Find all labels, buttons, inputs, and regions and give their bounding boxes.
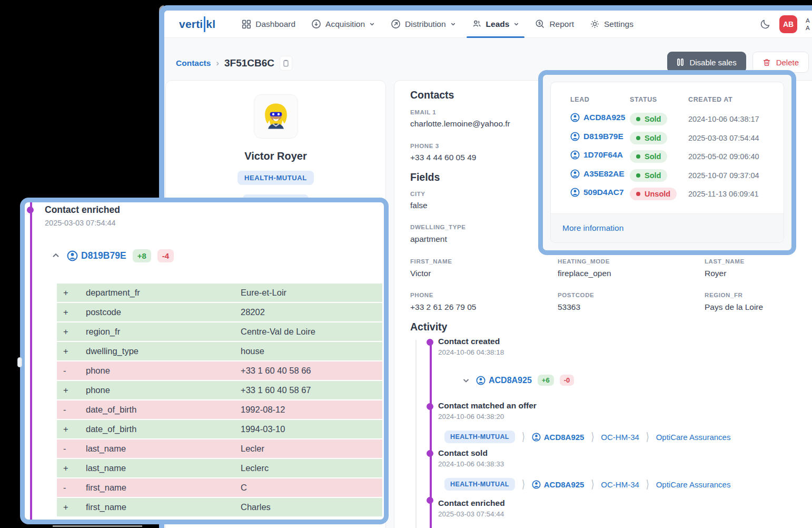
- breadcrumb-separator: ›: [216, 58, 219, 69]
- page-actions: Disable sales Delete: [667, 52, 809, 73]
- nav-item-dashboard[interactable]: Dashboard: [242, 11, 295, 38]
- status-badge: Sold: [630, 169, 667, 182]
- email1-value: charlotte.lemoine@yahoo.fr: [410, 119, 510, 129]
- phone3-label: PHONE 3: [410, 143, 439, 149]
- created-at: 2025-10-07 09:37:04: [688, 171, 759, 180]
- event-contact-created-date: 2024-10-06 04:38:18: [438, 348, 504, 356]
- leads-card-footer: More information: [551, 214, 784, 242]
- logo-text-left: verti: [179, 18, 203, 31]
- table-row: 509D4AC7 Unsold 2025-11-13 06:09:41: [551, 188, 784, 201]
- activity-section-title: Activity: [410, 321, 447, 333]
- fields-section-title: Fields: [410, 171, 440, 183]
- created-at: 2025-05-02 09:06:40: [688, 152, 759, 161]
- diff-row: +last_nameLeclerc: [57, 459, 382, 477]
- lead-link[interactable]: A35E82AE: [570, 169, 625, 179]
- nav-item-report[interactable]: Report: [535, 11, 574, 38]
- offer-link[interactable]: OC-HM-34: [601, 480, 639, 489]
- vertical-tag-health-mutual[interactable]: HEALTH-MUTUAL: [237, 171, 314, 185]
- dwelling-type-value: apartment: [410, 234, 447, 244]
- breadcrumb-contacts-link[interactable]: Contacts: [176, 58, 211, 68]
- vertikl-logo[interactable]: verti kl: [179, 16, 215, 32]
- diff-row: -last_nameLecler: [57, 439, 382, 458]
- active-tab-underline: [467, 36, 525, 38]
- city-value: false: [410, 201, 428, 210]
- nav-item-leads[interactable]: Leads: [472, 11, 520, 38]
- region-fr-value: Pays de la Loire: [705, 302, 763, 312]
- lead-link[interactable]: D819B79E: [67, 250, 126, 261]
- disable-sales-button[interactable]: Disable sales: [667, 52, 746, 73]
- company-link[interactable]: OptiCare Assurances: [656, 480, 731, 489]
- diff-event-title: Contact enriched: [45, 204, 120, 216]
- chevron-down-icon: [450, 21, 456, 27]
- nav-item-settings[interactable]: Settings: [590, 11, 633, 38]
- navbar: verti kl Dashboard Acquisition Distribut…: [164, 11, 812, 38]
- distribution-circle-arrow-icon: [391, 19, 401, 29]
- person-circle-icon: [570, 188, 580, 197]
- chevron-down-icon: [513, 21, 519, 27]
- offer-trail: HEALTH-MUTUAL ⟩ ACD8A925 ⟩ OC-HM-34 ⟩ Op…: [444, 431, 730, 443]
- person-circle-icon: [532, 433, 541, 442]
- nav-label: Settings: [604, 19, 633, 29]
- city-label: CITY: [410, 191, 425, 197]
- person-circle-icon: [532, 480, 541, 489]
- postcode-value: 53363: [558, 302, 580, 312]
- nav-label: Report: [549, 19, 574, 29]
- event-matched-date: 2024-10-06 04:38:20: [438, 413, 504, 421]
- copy-id-button[interactable]: [280, 56, 292, 71]
- phone3-value: +33 4 44 60 05 49: [410, 153, 476, 162]
- contact-avatar: [254, 94, 298, 139]
- lead-link[interactable]: 509D4AC7: [570, 188, 624, 197]
- dark-mode-moon-icon[interactable]: [760, 18, 771, 30]
- breadcrumb-current-id: 3F51CB6C: [224, 57, 274, 69]
- lead-link[interactable]: ACD8A925: [476, 376, 532, 385]
- background-window-bottom-edge: [53, 525, 142, 527]
- vertical-tag[interactable]: HEALTH-MUTUAL: [444, 431, 515, 443]
- column-header-status: STATUS: [630, 96, 657, 103]
- nav-item-distribution[interactable]: Distribution: [391, 11, 456, 38]
- person-circle-icon: [570, 132, 580, 141]
- status-dot: [636, 136, 640, 140]
- chevron-down-icon[interactable]: [462, 376, 470, 385]
- lead-link[interactable]: ACD8A925: [532, 433, 585, 442]
- column-header-lead: LEAD: [570, 96, 589, 103]
- added-count-badge: +6: [538, 375, 554, 386]
- trash-icon: [763, 58, 771, 67]
- lead-changes-expand-row[interactable]: D819B79E +8 -4: [51, 248, 174, 263]
- offer-link[interactable]: OC-HM-34: [601, 433, 639, 442]
- phone-label: PHONE: [410, 292, 433, 298]
- status-dot: [636, 173, 640, 178]
- nav-item-acquisition[interactable]: Acquisition: [311, 11, 375, 38]
- timeline-rail: [415, 340, 417, 528]
- nav-label: Acquisition: [325, 19, 365, 29]
- lead-link[interactable]: 1D70F64A: [570, 150, 623, 160]
- lead-link[interactable]: ACD8A925: [570, 113, 625, 122]
- panel-edge-handle[interactable]: [17, 357, 22, 367]
- delete-button[interactable]: Delete: [752, 52, 809, 73]
- contact-name: Victor Royer: [166, 150, 385, 162]
- diff-row: +date_of_birth1994-03-10: [57, 420, 382, 438]
- nav-label: Leads: [486, 19, 510, 29]
- diff-row: +department_frEure-et-Loir: [57, 283, 382, 302]
- lead-changes-expand-row[interactable]: ACD8A925 +6 -0: [462, 375, 574, 386]
- lead-link[interactable]: D819B79E: [570, 132, 623, 141]
- heating-mode-value: fireplace_open: [558, 269, 611, 278]
- person-circle-icon: [570, 150, 580, 160]
- table-row: ACD8A925 Sold 2024-10-06 04:38:17: [551, 113, 784, 126]
- created-at: 2025-03-03 07:54:44: [688, 134, 759, 142]
- lead-link[interactable]: ACD8A925: [532, 480, 585, 489]
- chevron-up-icon[interactable]: [51, 251, 61, 260]
- nav-label: Distribution: [405, 19, 446, 29]
- diff-row: +first_nameCharles: [57, 498, 382, 516]
- diff-row: -phone+33 1 60 40 58 66: [57, 361, 382, 380]
- event-enriched-date: 2025-03-03 07:54:44: [438, 510, 504, 518]
- settings-gear-icon: [590, 19, 600, 29]
- created-at: 2024-10-06 04:38:17: [688, 115, 759, 123]
- nav-menu: Dashboard Acquisition Distribution Leads: [242, 11, 633, 38]
- company-link[interactable]: OptiCare Assurances: [656, 433, 731, 442]
- more-information-link[interactable]: More information: [562, 223, 623, 233]
- created-at: 2025-11-13 06:09:41: [688, 190, 759, 198]
- logo-bar-icon: [204, 16, 205, 32]
- diff-row: +dwelling_typehouse: [57, 342, 382, 360]
- vertical-tag[interactable]: HEALTH-MUTUAL: [444, 478, 515, 491]
- user-avatar[interactable]: AB: [779, 15, 797, 33]
